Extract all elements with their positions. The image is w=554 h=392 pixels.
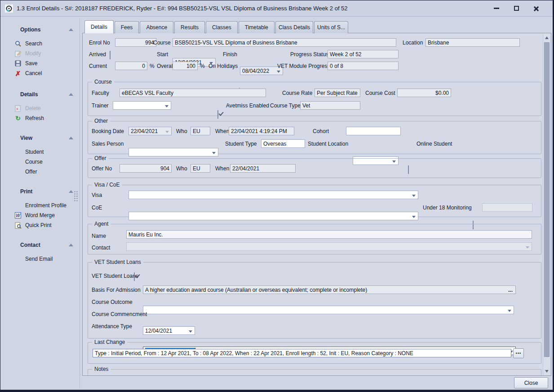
sidebar-item-delete[interactable]: x Delete [14, 103, 73, 113]
course-rate-field[interactable]: Per Subject Rate [315, 89, 360, 97]
offer-when-field[interactable]: 22/04/2021 [230, 164, 296, 173]
booking-who-field[interactable]: EU [191, 127, 210, 135]
overall-percent-sign: % [200, 62, 205, 71]
offer-no-field[interactable]: 904 [120, 164, 172, 173]
tab-results[interactable]: Results [174, 21, 205, 33]
section-title: Details [20, 91, 38, 98]
student-type-field[interactable]: Overseas [261, 139, 305, 148]
progress-status-field[interactable]: Week 2 of 52 [328, 50, 399, 58]
sidebar-item-modify[interactable]: Modify [14, 49, 73, 58]
vet-module-label: VET Module Progress [277, 62, 330, 71]
current-percent-sign: % [150, 62, 155, 71]
collapse-icon[interactable] [69, 137, 73, 139]
location-label: Location [403, 39, 423, 47]
offer-who-field[interactable]: EU [191, 164, 210, 173]
offer-no-label: Offer No [92, 165, 112, 173]
splitter-handle[interactable] [74, 191, 78, 202]
arrow-up-icon [545, 36, 549, 39]
sidebar-item-label: Course [25, 159, 43, 165]
sidebar-item-cancel[interactable]: ✗ Cancel [14, 68, 73, 78]
enrol-no-field[interactable]: 994 [115, 38, 156, 47]
sidebar-item-quick-print[interactable]: Quick Print [14, 220, 73, 230]
group-title: VET Student Loans [92, 259, 143, 265]
edit-icon [14, 50, 22, 57]
sidebar-item-offer[interactable]: Offer [14, 167, 73, 177]
last-change-field[interactable]: Type : Initial Period, From : 12 Apr 202… [93, 349, 511, 357]
booking-when-field[interactable]: 22/04/2021 4:19:24 PM [229, 127, 294, 135]
tab-classes[interactable]: Classes [206, 21, 238, 33]
booking-date-dropdown[interactable]: 22/04/2021 [129, 127, 172, 135]
tab-label: Units of S... [317, 24, 345, 31]
visa-dropdown[interactable] [129, 191, 418, 199]
close-button[interactable]: Close [514, 377, 548, 388]
overall-label: Overall [157, 62, 174, 71]
agent-contact-dropdown[interactable] [126, 242, 532, 251]
details-panel: Enrol No 994 Course BSB50215-VSL VSL Dip… [82, 33, 551, 376]
collapse-icon[interactable] [69, 93, 73, 96]
finish-date-dropdown[interactable]: 08/04/2022 [240, 67, 283, 75]
basis-field[interactable]: A higher education award course (Austral… [143, 285, 516, 294]
course-field[interactable]: BSB50215-VSL VSL Diploma of Business Bri… [173, 38, 396, 47]
sidebar-item-label: Enrolment Profile [25, 202, 66, 209]
location-field[interactable]: Brisbane [425, 38, 520, 47]
course-outcome-dropdown[interactable] [143, 306, 514, 314]
course-cost-field[interactable]: $0.00 [397, 89, 451, 97]
sidebar-header-options[interactable]: Options [14, 27, 73, 33]
vertical-scrollbar[interactable] [543, 34, 550, 375]
sidebar-item-label: Word Merge [25, 212, 55, 218]
tab-details[interactable]: Details [84, 20, 114, 33]
faculty-field[interactable]: eBECAS VSL Faculty [120, 89, 266, 97]
group-title: Visa / CoE [92, 182, 122, 188]
sidebar-item-save[interactable]: Save [14, 58, 73, 68]
avetmiss-checkbox[interactable] [217, 110, 218, 119]
collapse-icon[interactable] [69, 244, 73, 246]
scroll-up-button[interactable] [543, 34, 550, 41]
tab-absence[interactable]: Absence [140, 21, 173, 33]
current-label: Current [89, 62, 107, 71]
tab-class-details[interactable]: Class Details [275, 21, 313, 33]
delete-icon: x [14, 105, 22, 112]
notes-group: Notes [88, 369, 541, 376]
sidebar-header-print[interactable]: Print [14, 188, 73, 195]
sidebar-header-contact[interactable]: Contact [14, 242, 73, 248]
coe-dropdown[interactable] [129, 212, 418, 220]
save-icon [14, 60, 22, 67]
overall-percent-field[interactable]: 100 [173, 62, 198, 70]
scrollbar-thumb[interactable] [544, 42, 550, 357]
booking-when-label: When [215, 127, 229, 136]
minimize-button[interactable] [490, 4, 503, 13]
current-percent-field[interactable]: 0 [115, 62, 147, 70]
course-commencement-dropdown[interactable]: 12/04/2021 [143, 326, 195, 335]
sales-person-dropdown[interactable] [129, 148, 218, 156]
visa-coe-group: Visa / CoE Visa CoE Under 18 Monitoring [88, 185, 541, 217]
tab-timetable[interactable]: Timetable [239, 21, 275, 33]
tab-fees[interactable]: Fees [115, 21, 139, 33]
app-icon [5, 4, 13, 13]
sidebar-item-word-merge[interactable]: W Word Merge [14, 210, 73, 220]
vet-module-field[interactable]: 0 of 8 [328, 62, 399, 70]
trainer-dropdown[interactable] [113, 101, 171, 110]
close-window-button[interactable] [529, 4, 543, 13]
tab-units-of-study[interactable]: Units of S... [314, 21, 348, 33]
course-type-field[interactable]: Vet [300, 101, 360, 110]
sidebar-item-enrolment-profile[interactable]: Enrolment Profile [14, 200, 73, 210]
avetmiss-label: Avetmiss Enabled [226, 102, 269, 110]
sidebar-header-view[interactable]: View [14, 135, 73, 141]
vsl-checkbox[interactable] [134, 272, 135, 281]
course-label: Course [153, 39, 171, 47]
collapse-icon[interactable] [69, 190, 73, 193]
agent-name-field[interactable]: Mauris Eu Inc. [126, 230, 532, 239]
maximize-button[interactable] [510, 4, 523, 13]
arrived-checkbox[interactable] [110, 51, 111, 59]
sidebar-item-send-email[interactable]: Send Email [14, 254, 73, 264]
cohort-field[interactable] [346, 127, 401, 135]
collapse-icon[interactable] [69, 28, 73, 31]
basis-ellipsis-button[interactable]: ... [507, 287, 514, 293]
scroll-down-button[interactable] [543, 367, 550, 375]
last-change-ellipsis-button[interactable]: ••• [513, 348, 524, 358]
sidebar-item-search[interactable]: Search [14, 39, 73, 49]
sidebar-header-details[interactable]: Details [14, 91, 73, 98]
sidebar-item-student[interactable]: Student [14, 147, 73, 157]
sidebar-item-refresh[interactable]: ↻ Refresh [14, 113, 73, 123]
sidebar-item-course[interactable]: Course [14, 157, 73, 167]
